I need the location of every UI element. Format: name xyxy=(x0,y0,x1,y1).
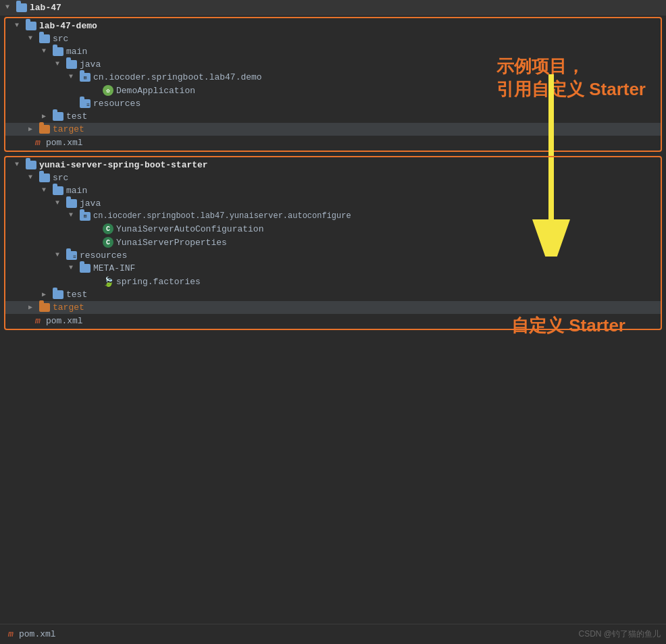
res2-arrow xyxy=(55,251,65,261)
props-item[interactable]: C YunaiServerProperties xyxy=(5,236,661,249)
meta-inf-arrow xyxy=(69,264,78,273)
src2-arrow xyxy=(28,173,38,183)
java2-label: java xyxy=(80,198,101,209)
res1-label: resources xyxy=(93,99,140,109)
bottom-pom[interactable]: m pom.xml xyxy=(5,629,56,640)
props-icon: C xyxy=(103,237,113,248)
bottom-pom-icon: m xyxy=(5,629,16,640)
pkg2-icon xyxy=(80,212,91,221)
starter-item[interactable]: yunai-server-spring-boot-starter xyxy=(5,157,661,171)
demo-app-label: DemoApplication xyxy=(116,86,195,96)
watermark: CSDN @钓了猫的鱼儿 xyxy=(578,628,661,640)
java2-item[interactable]: java xyxy=(5,197,661,210)
test2-icon xyxy=(53,290,63,299)
main1-arrow xyxy=(42,47,51,57)
target2-item[interactable]: target xyxy=(5,301,661,314)
pom2-label: pom.xml xyxy=(46,316,83,326)
target1-arrow xyxy=(28,125,38,134)
res2-item[interactable]: resources xyxy=(5,249,661,262)
main2-item[interactable]: main xyxy=(5,184,661,197)
lab47demo-arrow xyxy=(15,22,24,31)
java2-arrow xyxy=(55,199,65,209)
target2-label: target xyxy=(53,302,84,313)
src1-item[interactable]: src xyxy=(5,32,661,45)
res2-label: resources xyxy=(80,250,127,261)
starter-label: yunai-server-spring-boot-starter xyxy=(39,160,208,170)
target1-label: target xyxy=(53,124,84,134)
res1-icon xyxy=(80,99,91,108)
test1-label: test xyxy=(66,111,87,122)
pom1-label: pom.xml xyxy=(46,138,83,148)
pkg2-label: cn.iocoder.springboot.lab47.yunaiserver.… xyxy=(93,211,351,221)
lab47demo-item[interactable]: lab-47-demo xyxy=(5,18,661,32)
res2-icon xyxy=(66,251,77,260)
main2-label: main xyxy=(66,186,87,196)
auto-config-label: YunaiServerAutoConfiguration xyxy=(116,224,263,234)
pkg2-item[interactable]: cn.iocoder.springboot.lab47.yunaiserver.… xyxy=(5,210,661,222)
starter-arrow xyxy=(15,161,24,170)
java1-icon xyxy=(66,60,77,69)
target2-icon xyxy=(39,303,50,312)
test2-item[interactable]: test xyxy=(5,288,661,301)
main1-item[interactable]: main xyxy=(5,45,661,58)
pom2-icon: m xyxy=(32,315,43,326)
pom1-icon: m xyxy=(32,137,43,148)
main1-label: main xyxy=(66,47,87,57)
java1-arrow xyxy=(55,60,65,70)
starter-box: yunai-server-spring-boot-starter src mai… xyxy=(4,156,662,330)
test2-arrow xyxy=(42,290,51,300)
spring-factories-label: spring.factories xyxy=(116,277,201,287)
lab47demo-label: lab-47-demo xyxy=(39,21,97,31)
main2-arrow xyxy=(42,186,51,196)
auto-config-icon: C xyxy=(103,223,113,234)
pkg1-icon xyxy=(80,73,91,82)
spring-factories-icon: 🍃 xyxy=(103,276,113,287)
spring-factories-item[interactable]: 🍃 spring.factories xyxy=(5,275,661,288)
src1-label: src xyxy=(53,34,68,44)
props-label: YunaiServerProperties xyxy=(116,238,227,248)
meta-inf-icon xyxy=(80,264,91,273)
lab47demo-icon xyxy=(26,22,36,30)
main2-icon xyxy=(53,186,63,195)
test2-label: test xyxy=(66,290,87,300)
root-folder-icon xyxy=(16,3,27,12)
src2-item[interactable]: src xyxy=(5,171,661,184)
root-item[interactable]: lab-47 xyxy=(0,0,666,16)
pkg1-label: cn.iocoder.springboot.lab47.demo xyxy=(93,72,262,82)
src1-icon xyxy=(39,34,50,43)
src1-arrow xyxy=(28,34,38,44)
root-label: lab-47 xyxy=(30,3,61,13)
meta-inf-label: META-INF xyxy=(93,263,135,273)
target2-arrow xyxy=(28,303,38,313)
demo-app-icon: ✿ xyxy=(103,85,113,96)
test1-arrow xyxy=(42,112,51,122)
bottom-bar: m pom.xml CSDN @钓了猫的鱼儿 xyxy=(0,624,666,644)
src2-icon xyxy=(39,173,50,182)
starter-icon xyxy=(26,161,36,169)
src2-label: src xyxy=(53,173,68,183)
root-arrow xyxy=(5,3,15,13)
meta-inf-item[interactable]: META-INF xyxy=(5,262,661,275)
target1-icon xyxy=(39,125,50,134)
pkg1-arrow xyxy=(69,73,78,82)
auto-config-item[interactable]: C YunaiServerAutoConfiguration xyxy=(5,222,661,236)
bottom-pom-label: pom.xml xyxy=(19,629,56,639)
pkg2-arrow xyxy=(69,211,78,221)
main1-icon xyxy=(53,47,63,56)
test1-icon xyxy=(53,112,63,121)
pom2-item[interactable]: m pom.xml xyxy=(5,314,661,329)
java2-icon xyxy=(66,199,77,208)
java1-label: java xyxy=(80,59,101,70)
